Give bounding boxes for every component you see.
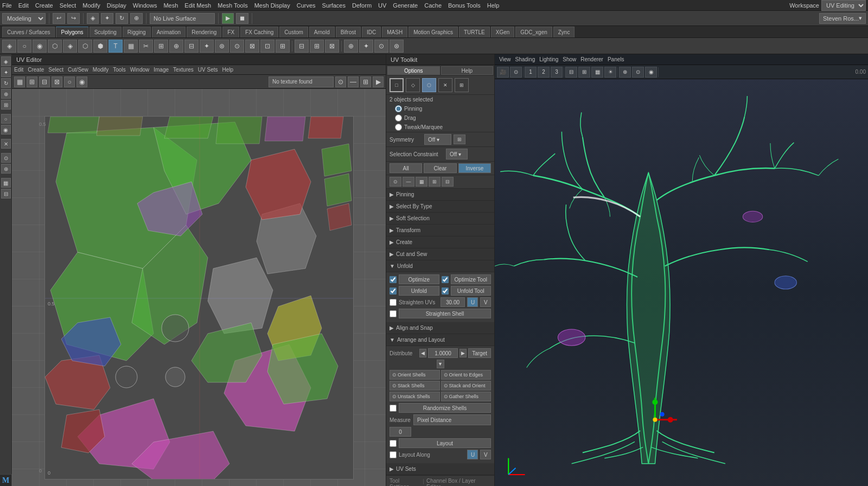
tab-zync[interactable]: Zync [553,27,575,37]
sidebar-rotate[interactable]: ↻ [1,78,11,88]
section-header-uv-sets[interactable]: ▶ UV Sets [386,463,494,475]
toolkit-tab-options[interactable]: Options [387,66,440,75]
rotate-tool-btn[interactable]: ↻ [116,13,128,24]
tab-idc[interactable]: IDC [362,27,381,37]
vp-menu-shading[interactable]: Shading [515,56,535,62]
vp-btn-snap-point[interactable]: ◉ [645,67,657,78]
distribute-left-btn[interactable]: ◀ [419,349,426,357]
straighten-uvs-checkbox[interactable] [390,299,397,306]
undo-btn[interactable]: ↩ [53,13,65,24]
tool-cut[interactable]: ✂ [139,40,153,53]
move-tool-btn[interactable]: ✦ [101,13,113,24]
menu-select[interactable]: Select [60,2,76,9]
mode-dropdown[interactable]: Modeling [2,13,46,24]
tool-merge[interactable]: ⬢ [93,40,107,53]
tool-append[interactable]: ⊕ [169,40,183,53]
menu-cache[interactable]: Cache [424,2,442,9]
straighten-uvs-value[interactable] [441,297,465,307]
layout-along-checkbox[interactable] [390,451,397,458]
tab-animation[interactable]: Animation [152,27,186,37]
tab-fx[interactable]: FX [222,27,239,37]
section-header-unfold[interactable]: ▼ Unfold [386,260,494,272]
unfold-btn[interactable]: Unfold [399,286,439,296]
uv-tb-grid[interactable]: ▦ [14,76,25,87]
randomize-shells-btn[interactable]: Randomize Shells [399,403,491,413]
uv-menu-create[interactable]: Create [28,67,44,73]
tab-curves-surfaces[interactable]: Curves / Surfaces [2,27,55,37]
straighten-u-btn[interactable]: U [467,297,478,307]
sidebar-layout[interactable]: ▦ [1,178,11,188]
layout-btn[interactable]: Layout [399,438,491,448]
tab-turtle[interactable]: TURTLE [459,27,490,37]
btn-all[interactable]: All [390,163,422,173]
selection-constraint-dropdown[interactable]: Off ▾ [446,149,468,159]
uv-menu-uvsets[interactable]: UV Sets [198,67,218,73]
menu-surfaces[interactable]: Surfaces [322,2,346,9]
section-header-align-snap[interactable]: ▶ Align and Snap [386,322,494,334]
icon-shell[interactable]: ⊞ [429,177,441,187]
tool-history[interactable]: ⊙ [374,40,388,53]
menu-modify[interactable]: Modify [82,2,100,9]
menu-mesh-tools[interactable]: Mesh Tools [218,2,247,9]
tab-arnold[interactable]: Arnold [309,27,335,37]
tool-normal[interactable]: ⊠ [325,40,339,53]
menu-create[interactable]: Create [35,2,53,9]
radio-drag[interactable] [395,114,402,122]
tab-mash[interactable]: MASH [382,27,407,37]
menu-help[interactable]: Help [487,2,500,9]
toolkit-tab-help[interactable]: Help [441,66,494,75]
uv-tb-display[interactable]: ◉ [76,76,87,87]
unfold-checkbox[interactable] [390,287,397,295]
tool-display[interactable]: ⊞ [310,40,324,53]
tool-soft[interactable]: ⊙ [230,40,244,53]
tool-select[interactable]: ◈ [2,40,16,53]
tool-wire[interactable]: ⊟ [295,40,309,53]
measure-dropdown[interactable]: Pixel Distance [413,414,491,425]
sidebar-select[interactable]: ◈ [1,56,11,66]
straighten-v-btn[interactable]: V [480,297,491,307]
uv-menu-help[interactable]: Help [222,67,234,73]
uv-tb-shade[interactable]: ⊠ [52,76,62,87]
uv-tb-isolate[interactable]: ○ [64,76,75,87]
scale-tool-btn[interactable]: ⊕ [130,13,143,24]
menu-uv[interactable]: UV [378,2,386,9]
tool-bevel[interactable]: ◈ [63,40,77,53]
uv-menu-select[interactable]: Select [48,67,63,73]
menu-curves[interactable]: Curves [297,2,316,9]
tool-type[interactable]: T [108,40,123,53]
render-btn[interactable]: ▶ [222,13,234,24]
uv-frame-btn[interactable]: ⊞ [360,76,371,87]
shape-diamond[interactable]: ◇ [406,78,420,92]
menu-mesh-display[interactable]: Mesh Display [254,2,290,9]
shape-cube[interactable]: ⬡ [422,78,436,92]
symmetry-options[interactable]: ⊞ [454,135,465,144]
vp-btn-solid[interactable]: ⊞ [578,67,590,78]
stack-orient-btn[interactable]: ⊙ Stack and Orient [441,381,492,391]
tool-snap[interactable]: ⊕ [344,40,358,53]
tool-pivot[interactable]: ✦ [359,40,373,53]
tab-polygons[interactable]: Polygons [56,27,88,37]
tool-camera[interactable]: ⊛ [390,40,404,53]
uv-menu-image[interactable]: Image [154,67,169,73]
vp-btn-wire[interactable]: ⊟ [565,67,577,78]
vp-btn-camera[interactable]: 🎥 [497,67,509,78]
tool-mirror[interactable]: ⊠ [245,40,259,53]
vp-btn-textured[interactable]: ▦ [591,67,603,78]
orient-shells-btn[interactable]: ⊙ Orient Shells [390,370,440,380]
tool-bridge[interactable]: ⬡ [78,40,92,53]
randomize-checkbox[interactable] [390,405,397,412]
section-header-soft-selection[interactable]: ▶ Soft Selection [386,213,494,225]
menu-deform[interactable]: Deform [352,2,372,9]
optimize-tool-btn[interactable]: Optimize Tool [451,274,492,284]
symmetry-dropdown[interactable]: Off ▾ [424,134,451,145]
tab-bifrost[interactable]: Bifrost [336,27,361,37]
tool-extrude[interactable]: ⬡ [48,40,62,53]
optimize-btn[interactable]: Optimize [399,274,439,284]
vp-menu-panels[interactable]: Panels [608,56,624,62]
uv-tb-checker[interactable]: ⊞ [27,76,37,87]
section-header-cut-sew[interactable]: ▶ Cut and Sew [386,248,494,260]
tool-paint[interactable]: ◉ [33,40,47,53]
layout-v-btn[interactable]: V [480,450,491,459]
tab-gdc-xgen[interactable]: GDC_xgen [515,27,552,37]
btn-clear[interactable]: Clear [424,163,456,173]
